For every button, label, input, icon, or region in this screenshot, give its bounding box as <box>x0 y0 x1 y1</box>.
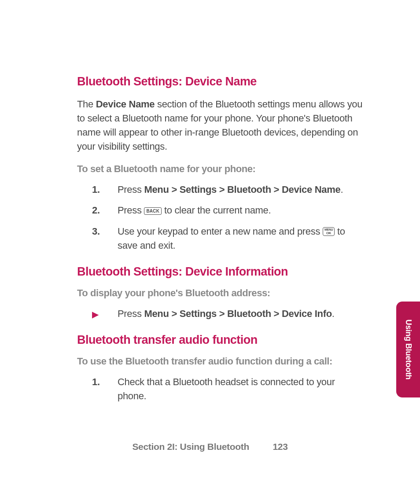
text: Use your keypad to enter a new name and … <box>118 226 323 237</box>
steps-transfer-audio: 1. Check that a Bluetooth headset is con… <box>77 375 363 403</box>
bullet-item: ▶ Press Menu > Settings > Bluetooth > De… <box>77 307 363 321</box>
step-number: 1. <box>92 375 100 389</box>
page-content: Bluetooth Settings: Device Name The Devi… <box>0 0 420 403</box>
heading-device-info: Bluetooth Settings: Device Information <box>77 265 363 279</box>
menu-path: Menu > Settings > Bluetooth > Device Inf… <box>144 308 332 319</box>
bullet-device-info: ▶ Press Menu > Settings > Bluetooth > De… <box>77 307 363 321</box>
back-key-icon: BACK <box>144 207 162 215</box>
footer-section: Section 2I: Using Bluetooth <box>132 441 249 452</box>
side-tab: Using Bluetooth <box>396 302 420 397</box>
page-footer: Section 2I: Using Bluetooth 123 <box>0 441 420 452</box>
step-item: 3. Use your keypad to enter a new name a… <box>77 224 363 253</box>
text: Press <box>118 205 144 216</box>
menu-ok-key-icon: MENUOK <box>323 227 335 236</box>
step-item: 1. Press Menu > Settings > Bluetooth > D… <box>77 183 363 197</box>
intro-paragraph: The Device Name section of the Bluetooth… <box>77 97 363 154</box>
text: Press <box>118 308 144 319</box>
text: Press <box>118 184 144 195</box>
text: to clear the current name. <box>162 205 271 216</box>
text: Check that a Bluetooth headset is connec… <box>118 376 335 401</box>
step-item: 2. Press BACK to clear the current name. <box>77 203 363 217</box>
text-bold: Device Name <box>96 99 155 110</box>
step-number: 2. <box>92 203 100 217</box>
subhead-set-name: To set a Bluetooth name for your phone: <box>77 163 363 175</box>
triangle-bullet-icon: ▶ <box>92 308 99 321</box>
page-number: 123 <box>273 441 287 452</box>
side-tab-label: Using Bluetooth <box>404 320 413 379</box>
subhead-transfer-audio: To use the Bluetooth transfer audio func… <box>77 356 363 367</box>
text: OK <box>324 232 333 235</box>
text: The <box>77 99 96 110</box>
steps-set-name: 1. Press Menu > Settings > Bluetooth > D… <box>77 183 363 253</box>
text: . <box>332 308 335 319</box>
step-number: 1. <box>92 183 100 197</box>
step-number: 3. <box>92 224 100 239</box>
step-item: 1. Check that a Bluetooth headset is con… <box>77 375 363 403</box>
menu-path: Menu > Settings > Bluetooth > Device Nam… <box>144 184 340 195</box>
heading-device-name: Bluetooth Settings: Device Name <box>77 75 363 88</box>
subhead-display-address: To display your phone's Bluetooth addres… <box>77 287 363 299</box>
text: . <box>340 184 343 195</box>
heading-transfer-audio: Bluetooth transfer audio function <box>77 333 363 347</box>
